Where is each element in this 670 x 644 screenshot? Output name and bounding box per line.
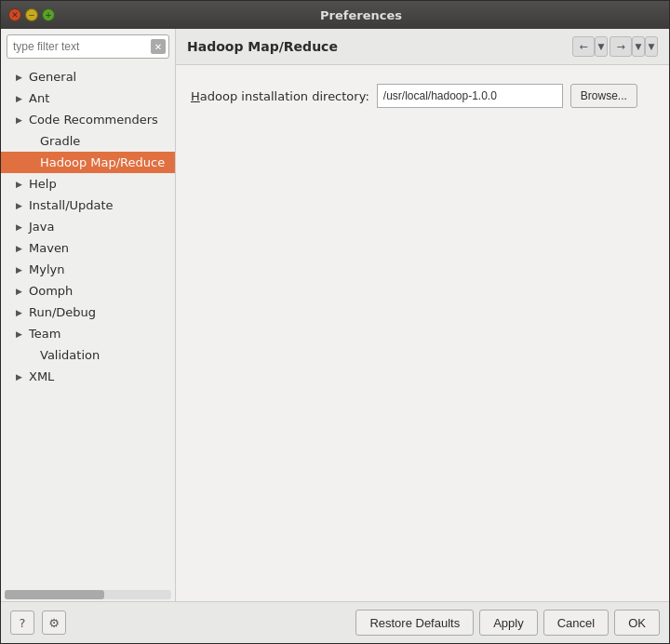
expand-arrow-xml: ▶ xyxy=(16,372,25,382)
settings-button[interactable]: ⚙ xyxy=(42,610,66,635)
sidebar-item-validation[interactable]: Validation xyxy=(1,344,175,366)
cancel-button[interactable]: Cancel xyxy=(543,610,609,636)
sidebar: ✕ ▶ General ▶ Ant ▶ Code Recommenders xyxy=(1,29,176,601)
hadoop-dir-input[interactable] xyxy=(377,84,563,108)
ok-button[interactable]: OK xyxy=(614,610,660,636)
filter-box: ✕ xyxy=(7,34,169,59)
sidebar-scrollbar-thumb xyxy=(5,590,104,599)
main-content: Hadoop installation directory: Browse... xyxy=(176,65,669,601)
back-button[interactable]: ← xyxy=(572,36,595,57)
window-title: Preferences xyxy=(60,8,662,22)
sidebar-item-hadoop-map-reduce[interactable]: Hadoop Map/Reduce xyxy=(1,152,175,173)
sidebar-item-install-update[interactable]: ▶ Install/Update xyxy=(1,195,175,216)
menu-dropdown-button[interactable]: ▼ xyxy=(645,36,658,57)
browse-button[interactable]: Browse... xyxy=(570,84,637,108)
preferences-window: ✕ − + Preferences ✕ ▶ General ▶ Ant xyxy=(0,0,670,644)
apply-button[interactable]: Apply xyxy=(479,610,538,636)
sidebar-item-code-recommenders[interactable]: ▶ Code Recommenders xyxy=(1,109,175,130)
hadoop-dir-label: Hadoop installation directory: xyxy=(191,89,369,103)
bottom-bar: ? ⚙ Restore Defaults Apply Cancel OK xyxy=(1,601,669,643)
back-dropdown-button[interactable]: ▼ xyxy=(595,36,608,57)
sidebar-item-help[interactable]: ▶ Help xyxy=(1,173,175,195)
filter-input[interactable] xyxy=(7,34,169,59)
main-panel-title: Hadoop Map/Reduce xyxy=(187,39,572,54)
main-header: Hadoop Map/Reduce ← ▼ → ▼ ▼ xyxy=(176,29,669,65)
sidebar-item-ant[interactable]: ▶ Ant xyxy=(1,87,175,109)
window-controls: ✕ − + xyxy=(8,8,55,21)
sidebar-item-maven[interactable]: ▶ Maven xyxy=(1,237,175,259)
sidebar-scrollbar[interactable] xyxy=(5,590,171,599)
sidebar-item-java[interactable]: ▶ Java xyxy=(1,216,175,237)
expand-arrow-run-debug: ▶ xyxy=(16,308,25,317)
maximize-button[interactable]: + xyxy=(42,8,55,21)
sidebar-item-mylyn[interactable]: ▶ Mylyn xyxy=(1,259,175,280)
sidebar-item-oomph[interactable]: ▶ Oomph xyxy=(1,280,175,302)
expand-arrow-general: ▶ xyxy=(16,73,25,82)
filter-clear-button[interactable]: ✕ xyxy=(151,39,166,54)
nav-list: ▶ General ▶ Ant ▶ Code Recommenders Grad… xyxy=(1,64,175,588)
expand-arrow-install-update: ▶ xyxy=(16,201,25,210)
forward-dropdown-button[interactable]: ▼ xyxy=(632,36,645,57)
sidebar-item-team[interactable]: ▶ Team xyxy=(1,323,175,344)
sidebar-item-xml[interactable]: ▶ XML xyxy=(1,366,175,387)
sidebar-item-gradle[interactable]: Gradle xyxy=(1,130,175,152)
bottom-left-buttons: ? ⚙ xyxy=(10,610,350,635)
expand-arrow-help: ▶ xyxy=(16,180,25,189)
nav-arrows: ← ▼ → ▼ ▼ xyxy=(572,36,658,57)
hadoop-dir-row: Hadoop installation directory: Browse... xyxy=(191,84,654,108)
expand-arrow-mylyn: ▶ xyxy=(16,265,25,275)
expand-arrow-ant: ▶ xyxy=(16,94,25,103)
expand-arrow-code-recommenders: ▶ xyxy=(16,115,25,125)
forward-button[interactable]: → xyxy=(610,36,632,57)
expand-arrow-java: ▶ xyxy=(16,222,25,232)
settings-icon: ⚙ xyxy=(48,616,60,630)
expand-arrow-maven: ▶ xyxy=(16,244,25,253)
help-icon: ? xyxy=(20,616,26,630)
titlebar: ✕ − + Preferences xyxy=(1,1,669,29)
close-button[interactable]: ✕ xyxy=(8,8,21,21)
main-panel: Hadoop Map/Reduce ← ▼ → ▼ ▼ Hadoop insta… xyxy=(176,29,669,601)
restore-defaults-button[interactable]: Restore Defaults xyxy=(355,610,474,636)
expand-arrow-oomph: ▶ xyxy=(16,287,25,296)
sidebar-item-general[interactable]: ▶ General xyxy=(1,66,175,87)
content-area: ✕ ▶ General ▶ Ant ▶ Code Recommenders xyxy=(1,29,669,601)
sidebar-item-run-debug[interactable]: ▶ Run/Debug xyxy=(1,302,175,323)
minimize-button[interactable]: − xyxy=(25,8,38,21)
help-button[interactable]: ? xyxy=(10,610,34,635)
expand-arrow-team: ▶ xyxy=(16,329,25,339)
